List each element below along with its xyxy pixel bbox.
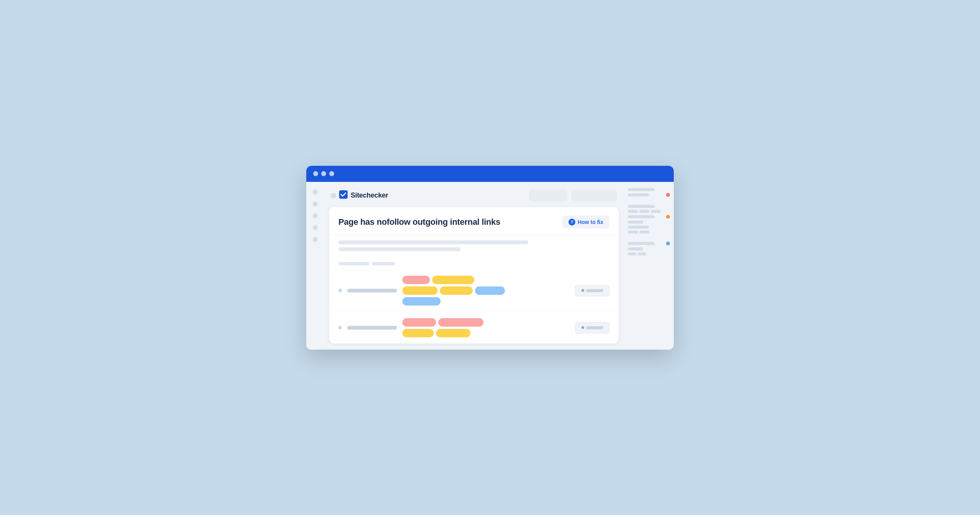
nav-buttons [529, 190, 617, 202]
action-dot-1 [581, 289, 584, 292]
sr-dot-red [666, 193, 670, 197]
sr-bar-2 [628, 193, 649, 196]
sr-row-8 [628, 247, 670, 250]
sr-row-7 [628, 242, 670, 245]
sr-mini-bars-2 [628, 231, 670, 234]
sr-mini-bars-3 [628, 252, 670, 255]
row-action-button-1[interactable] [575, 285, 609, 296]
tag-pink-2 [402, 318, 436, 327]
sr-mini-bar-3 [651, 210, 661, 213]
sr-mini-bar-5 [639, 231, 649, 234]
sr-bar-7 [628, 242, 655, 245]
sr-row-4 [628, 215, 670, 219]
nav-button-2[interactable] [571, 190, 617, 202]
table-row-2 [329, 312, 619, 343]
sr-row-5 [628, 221, 670, 224]
tags-area-1 [402, 276, 570, 306]
browser-content: Sitechecker Page has nofollow outgoing i… [306, 182, 674, 350]
sidebar-dot-2 [313, 201, 318, 206]
sr-row-2 [628, 193, 670, 197]
sidebar-dot-5 [313, 237, 318, 242]
card-header: Page has nofollow outgoing internal link… [329, 207, 619, 235]
help-icon: ? [568, 219, 575, 226]
sidebar-left [306, 182, 324, 350]
sr-row-1 [628, 188, 670, 191]
logo-name: Sitechecker [351, 191, 388, 199]
description-area [329, 235, 619, 258]
sr-bar-4 [628, 215, 655, 218]
sr-bar-3 [628, 205, 655, 208]
tag-pink-1 [402, 276, 430, 284]
tag-orange-2 [402, 286, 438, 295]
sr-dot-blue [666, 242, 670, 245]
table-row [329, 269, 619, 312]
how-to-fix-button[interactable]: ? How to fix [562, 216, 609, 229]
row-dot-2 [338, 326, 342, 329]
sr-row-3 [628, 205, 670, 208]
browser-window: Sitechecker Page has nofollow outgoing i… [306, 166, 674, 350]
tag-pink-3 [438, 318, 483, 327]
tag-blue-1 [475, 286, 505, 295]
how-to-fix-label: How to fix [578, 219, 603, 225]
sr-bar-8 [628, 247, 643, 250]
sr-mini-bars [628, 210, 670, 213]
desc-line-1 [338, 240, 528, 244]
sr-bar-5 [628, 221, 643, 224]
row-label-1 [347, 289, 397, 293]
traffic-light-3 [329, 171, 334, 176]
logo-circle [331, 193, 336, 198]
sr-mini-bar-6 [628, 252, 636, 255]
row-action-button-2[interactable] [575, 322, 609, 334]
tag-orange-3 [440, 286, 473, 295]
desc-line-2 [338, 247, 461, 251]
sidebar-right [624, 182, 674, 350]
tag-orange-4 [402, 329, 434, 337]
sr-group-1 [628, 188, 670, 199]
logo-check-icon [339, 190, 348, 201]
traffic-light-2 [321, 171, 326, 176]
sr-group-3 [628, 242, 670, 255]
filter-bar-1 [338, 262, 369, 265]
sr-bar-1 [628, 188, 655, 191]
sr-mini-bar-1 [628, 210, 638, 213]
filter-bar-2 [372, 262, 395, 265]
browser-titlebar [306, 166, 674, 182]
row-label-2 [347, 326, 397, 330]
row-dot-1 [338, 289, 342, 292]
main-area: Sitechecker Page has nofollow outgoing i… [324, 182, 624, 350]
tag-blue-2 [402, 297, 441, 306]
tags-area-2 [402, 318, 570, 337]
action-bar-2 [586, 326, 603, 329]
sr-mini-bar-2 [639, 210, 649, 213]
tag-orange-5 [436, 329, 470, 337]
sr-row-6 [628, 226, 670, 229]
sr-mini-bar-4 [628, 231, 638, 234]
sidebar-dot-4 [313, 225, 318, 230]
action-bar-1 [586, 289, 603, 292]
action-dot-2 [581, 326, 584, 329]
sr-group-2 [628, 205, 670, 235]
logo-area: Sitechecker [331, 190, 388, 201]
sr-dot-orange [666, 215, 670, 219]
sidebar-dot-3 [313, 213, 318, 218]
svg-rect-0 [339, 190, 348, 199]
tag-orange-1 [432, 276, 474, 284]
top-nav: Sitechecker [324, 188, 624, 207]
filter-area [329, 258, 619, 269]
sidebar-dot-1 [313, 190, 318, 195]
main-card: Page has nofollow outgoing internal link… [329, 207, 619, 343]
traffic-light-1 [313, 171, 318, 176]
sr-mini-bar-7 [638, 252, 646, 255]
card-title: Page has nofollow outgoing internal link… [338, 217, 500, 227]
nav-button-1[interactable] [529, 190, 567, 202]
sr-bar-6 [628, 226, 649, 229]
